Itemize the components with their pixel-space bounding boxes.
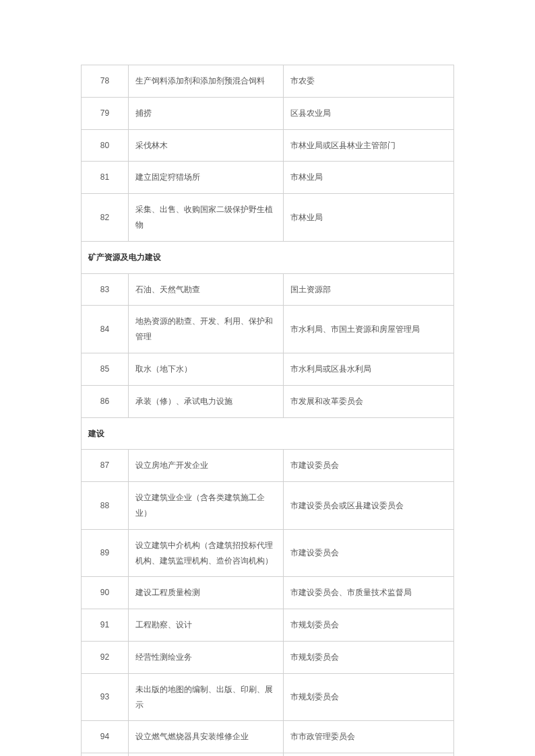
table-row: 78生产饲料添加剂和添加剂预混合饲料市农委 xyxy=(82,65,454,98)
row-dept: 市林业局 xyxy=(284,162,454,194)
table-row: 92经营性测绘业务市规划委员会 xyxy=(82,641,454,673)
row-dept: 市规划委员会 xyxy=(284,673,454,721)
row-item: 设立房地产开发企业 xyxy=(129,450,284,482)
row-number: 92 xyxy=(82,641,129,673)
row-item: 捕捞 xyxy=(129,97,284,129)
row-dept: 区县农业局 xyxy=(284,97,454,129)
row-dept: 国土资源部 xyxy=(284,273,454,306)
row-item: 未出版的地图的编制、出版、印刷、展示 xyxy=(129,673,284,721)
row-dept: 市水利局或区县水利局 xyxy=(284,353,454,385)
row-number: 85 xyxy=(82,353,129,385)
row-dept: 市建设委员会 xyxy=(284,450,454,482)
row-item: 建立固定狩猎场所 xyxy=(129,162,284,194)
table-row: 93未出版的地图的编制、出版、印刷、展示市规划委员会 xyxy=(82,673,454,721)
section-header-row: 矿产资源及电力建设 xyxy=(82,241,454,273)
row-item: 取水（地下水） xyxy=(129,353,284,385)
page-container: 78生产饲料添加剂和添加剂预混合饲料市农委79捕捞区县农业局80采伐林木市林业局… xyxy=(0,0,535,756)
row-item: 设立建筑中介机构（含建筑招投标代理机构、建筑监理机构、造价咨询机构） xyxy=(129,529,284,577)
row-item: 设立燃气燃烧器具安装维修企业 xyxy=(129,721,284,753)
row-item: 采伐林木 xyxy=(129,129,284,162)
row-dept: 市农委 xyxy=(284,65,454,98)
table-row: 83石油、天然气勘查国土资源部 xyxy=(82,273,454,306)
table-row: 82采集、出售、收购国家二级保护野生植物市林业局 xyxy=(82,194,454,242)
section-header-row: 建设 xyxy=(82,417,454,450)
row-number: 94 xyxy=(82,721,129,753)
row-dept: 市规划委员会 xyxy=(284,641,454,673)
row-dept: 市林业局 xyxy=(284,194,454,242)
table-row: 86承装（修）、承试电力设施市发展和改革委员会 xyxy=(82,385,454,417)
row-number: 91 xyxy=(82,609,129,642)
row-number: 78 xyxy=(82,65,129,98)
row-item: 设立建筑业企业（含各类建筑施工企业） xyxy=(129,482,284,530)
table-row: 94设立燃气燃烧器具安装维修企业市市政管理委员会 xyxy=(82,721,454,753)
row-item: 建设工程质量检测 xyxy=(129,577,284,609)
row-dept: 市水利局、市国土资源和房屋管理局 xyxy=(284,306,454,353)
row-dept: 市建设委员会、市质量技术监督局 xyxy=(284,577,454,609)
table-row: 95房屋拆迁市或区县国土资源和房屋管理局 xyxy=(82,753,454,756)
table-row: 79捕捞区县农业局 xyxy=(82,97,454,129)
table-row: 81建立固定狩猎场所市林业局 xyxy=(82,162,454,194)
row-dept: 市或区县国土资源和房屋管理局 xyxy=(284,753,454,756)
row-item: 石油、天然气勘查 xyxy=(129,273,284,306)
row-dept: 市林业局或区县林业主管部门 xyxy=(284,129,454,162)
row-dept: 市建设委员会 xyxy=(284,529,454,577)
table-row: 85取水（地下水）市水利局或区县水利局 xyxy=(82,353,454,385)
table-row: 84地热资源的勘查、开发、利用、保护和管理市水利局、市国土资源和房屋管理局 xyxy=(82,306,454,353)
row-item: 房屋拆迁 xyxy=(129,753,284,756)
row-item: 工程勘察、设计 xyxy=(129,609,284,642)
section-header: 矿产资源及电力建设 xyxy=(82,241,454,273)
row-number: 79 xyxy=(82,97,129,129)
row-item: 采集、出售、收购国家二级保护野生植物 xyxy=(129,194,284,242)
row-item: 承装（修）、承试电力设施 xyxy=(129,385,284,417)
row-number: 93 xyxy=(82,673,129,721)
row-number: 89 xyxy=(82,529,129,577)
table-row: 87设立房地产开发企业市建设委员会 xyxy=(82,450,454,482)
row-number: 82 xyxy=(82,194,129,242)
row-number: 88 xyxy=(82,482,129,530)
row-number: 87 xyxy=(82,450,129,482)
row-number: 80 xyxy=(82,129,129,162)
row-dept: 市规划委员会 xyxy=(284,609,454,642)
row-number: 90 xyxy=(82,577,129,609)
row-item: 经营性测绘业务 xyxy=(129,641,284,673)
row-dept: 市市政管理委员会 xyxy=(284,721,454,753)
row-item: 地热资源的勘查、开发、利用、保护和管理 xyxy=(129,306,284,353)
row-number: 95 xyxy=(82,753,129,756)
table-row: 90建设工程质量检测市建设委员会、市质量技术监督局 xyxy=(82,577,454,609)
row-item: 生产饲料添加剂和添加剂预混合饲料 xyxy=(129,65,284,98)
row-dept: 市发展和改革委员会 xyxy=(284,385,454,417)
row-number: 83 xyxy=(82,273,129,306)
section-header: 建设 xyxy=(82,417,454,450)
table-row: 89设立建筑中介机构（含建筑招投标代理机构、建筑监理机构、造价咨询机构）市建设委… xyxy=(82,529,454,577)
row-number: 86 xyxy=(82,385,129,417)
row-number: 84 xyxy=(82,306,129,353)
table-row: 80采伐林木市林业局或区县林业主管部门 xyxy=(82,129,454,162)
table-row: 91工程勘察、设计市规划委员会 xyxy=(82,609,454,642)
row-number: 81 xyxy=(82,162,129,194)
row-dept: 市建设委员会或区县建设委员会 xyxy=(284,482,454,530)
table-row: 88设立建筑业企业（含各类建筑施工企业）市建设委员会或区县建设委员会 xyxy=(82,482,454,530)
data-table: 78生产饲料添加剂和添加剂预混合饲料市农委79捕捞区县农业局80采伐林木市林业局… xyxy=(81,65,454,756)
